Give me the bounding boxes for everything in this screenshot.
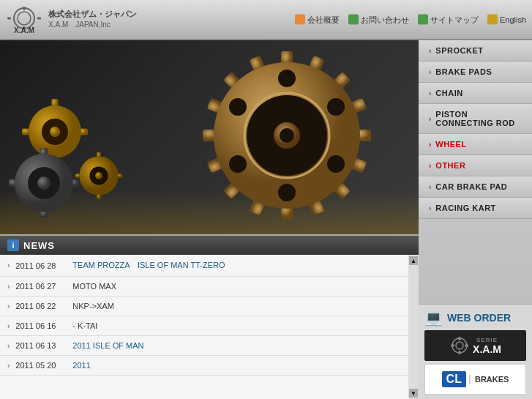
news-item-arrow: › <box>7 322 10 330</box>
svg-point-56 <box>280 128 294 143</box>
sidebar-menu-item-chain[interactable]: › CHAIN <box>419 83 532 104</box>
sidebar-menu-label: RACING KART <box>435 204 496 212</box>
news-item: › 2011 06 16 - K-TAI <box>0 316 419 336</box>
sidebar-menu-item-sprocket[interactable]: › SPROCKET <box>419 40 532 61</box>
nav-right: 会社概要 お問い合わせ サイトマップ English <box>295 14 526 25</box>
svg-point-49 <box>278 70 296 87</box>
svg-point-58 <box>456 342 463 349</box>
xam-logo-icon: X.A.M <box>6 5 42 34</box>
svg-rect-5 <box>37 17 41 19</box>
svg-point-15 <box>50 127 60 137</box>
nav-company-overview[interactable]: 会社概要 <box>295 14 340 25</box>
news-item-text[interactable]: MOTO MAX <box>72 282 116 291</box>
xam-banner[interactable]: SERIE X.A.M <box>424 330 526 361</box>
news-item-date: 2011 06 27 <box>15 282 67 291</box>
logo-text-area: 株式会社ザム・ジャパン X.A.M JAPAN,Inc <box>48 9 137 30</box>
news-item-arrow: › <box>7 261 10 269</box>
nav-english[interactable]: English <box>487 15 526 25</box>
company-name-en: X.A.M JAPAN,Inc <box>48 20 137 30</box>
sidebar-chevron-icon: › <box>429 183 431 191</box>
sidebar-menu-item-racing-kart[interactable]: › RACING KART <box>419 198 532 219</box>
logo-area: X.A.M 株式会社ザム・ジャパン X.A.M JAPAN,Inc <box>0 5 137 34</box>
svg-rect-60 <box>459 351 461 354</box>
cl-brakes-banner[interactable]: CL BRAKES <box>424 364 526 395</box>
svg-rect-4 <box>7 17 11 19</box>
sidebar-chevron-icon: › <box>429 162 431 170</box>
news-item: › 2011 06 13 2011 ISLE OF MAN <box>0 336 419 356</box>
nav-label-english: English <box>500 15 526 24</box>
scroll-up-arrow[interactable]: ▲ <box>409 256 418 265</box>
news-item-arrow: › <box>7 362 10 370</box>
news-item: › 2011 06 28 TEAM PROZZA ISLE OF MAN TT-… <box>0 255 419 277</box>
left-panel: i NEWS › 2011 06 28 TEAM PROZZA ISLE OF … <box>0 40 419 399</box>
sidebar-menu-item-wheel[interactable]: › WHEEL <box>419 134 532 155</box>
news-header: i NEWS <box>0 236 419 255</box>
svg-point-1 <box>18 12 31 25</box>
sidebar-menu-label: CAR BRAKE PAD <box>435 182 507 191</box>
svg-text:X.A.M: X.A.M <box>14 26 34 34</box>
xam-banner-inner: SERIE X.A.M <box>449 335 501 356</box>
news-item-arrow: › <box>7 342 10 350</box>
xam-banner-gear-icon <box>449 335 470 356</box>
svg-point-22 <box>95 172 102 179</box>
news-item-text[interactable]: 2011 ISLE OF MAN <box>72 341 143 350</box>
news-item-arrow: › <box>7 302 10 310</box>
news-item-text[interactable]: TEAM PROZZA ISLE OF MAN TT-ZERO <box>72 260 225 271</box>
news-list: › 2011 06 28 TEAM PROZZA ISLE OF MAN TT-… <box>0 255 419 376</box>
hero-image <box>0 40 419 234</box>
sidebar-menu-label: WHEEL <box>435 140 466 149</box>
web-order-section: 💻 WEB ORDER <box>419 304 532 399</box>
sidebar-menu-label: OTHER <box>435 161 465 170</box>
nav-icon-sitemap <box>418 15 428 25</box>
sidebar-menu-item-other[interactable]: › OTHER <box>419 155 532 176</box>
sprocket-small-gold-2 <box>73 150 124 201</box>
company-name-jp: 株式会社ザム・ジャパン <box>48 9 137 20</box>
news-item-text[interactable]: - K-TAI <box>72 321 97 330</box>
nav-sitemap[interactable]: サイトマップ <box>418 14 479 25</box>
news-title: NEWS <box>23 240 55 251</box>
sidebar-menu-label: BRAKE PADS <box>435 67 492 76</box>
sprocket-small-dark-1 <box>7 146 80 220</box>
nav-icon-company <box>295 15 305 25</box>
header: X.A.M 株式会社ザム・ジャパン X.A.M JAPAN,Inc 会社概要 お… <box>0 0 532 40</box>
sidebar-chevron-icon: › <box>429 204 431 212</box>
news-section: i NEWS › 2011 06 28 TEAM PROZZA ISLE OF … <box>0 234 419 399</box>
web-order-header: 💻 WEB ORDER <box>424 309 526 327</box>
news-icon: i <box>7 239 19 251</box>
sidebar-chevron-icon: › <box>429 68 431 76</box>
news-item-date: 2011 05 20 <box>15 361 67 370</box>
news-item-date: 2011 06 28 <box>15 261 67 270</box>
news-item: › 2011 06 22 NKP->XAM <box>0 297 419 316</box>
sidebar-menu-item-piston-connecting-rod[interactable]: › PISTON CONNECTING ROD <box>419 104 532 134</box>
sidebar-menu-item-car-brake-pad[interactable]: › CAR BRAKE PAD <box>419 176 532 198</box>
sidebar-chevron-icon: › <box>429 141 431 149</box>
sidebar-menu: › SPROCKET › BRAKE PADS › CHAIN › PISTON… <box>419 40 532 304</box>
scroll-down-arrow[interactable]: ▼ <box>409 389 418 398</box>
svg-rect-62 <box>465 345 468 347</box>
sidebar-chevron-icon: › <box>429 47 431 55</box>
news-item-date: 2011 06 16 <box>15 321 67 330</box>
nav-label-contact: お問い合わせ <box>361 14 409 25</box>
news-list-container[interactable]: › 2011 06 28 TEAM PROZZA ISLE OF MAN TT-… <box>0 255 419 399</box>
web-order-title: WEB ORDER <box>447 312 511 324</box>
news-item-text[interactable]: 2011 <box>72 361 90 370</box>
news-scrollbar: ▲ ▼ <box>408 255 419 399</box>
news-item-text[interactable]: NKP->XAM <box>72 302 114 310</box>
sidebar-menu-label: CHAIN <box>435 89 462 97</box>
svg-point-29 <box>37 176 50 190</box>
svg-point-50 <box>327 98 345 116</box>
svg-rect-61 <box>451 345 454 347</box>
news-item-arrow: › <box>7 283 10 291</box>
nav-icon-contact <box>348 15 359 25</box>
nav-contact[interactable]: お問い合わせ <box>348 14 409 25</box>
center-sprocket-large <box>199 48 375 223</box>
sidebar-menu-label: PISTON CONNECTING ROD <box>435 110 526 127</box>
right-sidebar: › SPROCKET › BRAKE PADS › CHAIN › PISTON… <box>419 40 532 399</box>
svg-rect-2 <box>23 7 26 10</box>
sidebar-menu-item-brake-pads[interactable]: › BRAKE PADS <box>419 61 532 83</box>
svg-point-52 <box>278 184 296 201</box>
news-item: › 2011 06 27 MOTO MAX <box>0 277 419 297</box>
svg-point-51 <box>327 155 345 173</box>
nav-icon-english <box>487 15 498 25</box>
sidebar-chevron-icon: › <box>429 89 431 97</box>
